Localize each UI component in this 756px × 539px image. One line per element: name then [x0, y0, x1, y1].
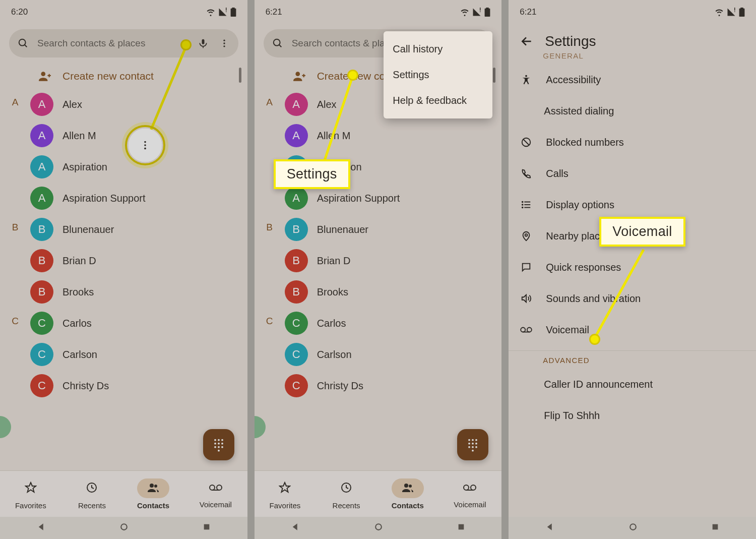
- back-arrow-icon[interactable]: [520, 34, 534, 48]
- contact-row[interactable]: AAlex: [30, 89, 247, 120]
- signal-icon: [472, 8, 481, 17]
- svg-point-15: [218, 450, 220, 452]
- settings-calls[interactable]: Calls: [509, 158, 756, 189]
- settings-sounds-vibration[interactable]: Sounds and vibration: [509, 283, 756, 314]
- nav-favorites[interactable]: Favorites: [15, 478, 47, 510]
- contact-row[interactable]: BBrooks: [285, 276, 502, 308]
- avatar: A: [30, 155, 53, 178]
- svg-point-53: [525, 75, 527, 77]
- contacts-list[interactable]: A AAlex AAllen M AAspiration AAspiration…: [0, 89, 247, 401]
- voicemail-icon: [199, 480, 233, 497]
- contact-row[interactable]: CCarlson: [30, 339, 247, 370]
- settings-accessibility[interactable]: Accessibility: [509, 64, 756, 95]
- settings-appbar: Settings: [509, 24, 756, 54]
- sys-back-icon[interactable]: [291, 522, 300, 533]
- sys-back-icon[interactable]: [545, 522, 554, 533]
- contact-name: Aspiration Support: [62, 193, 146, 204]
- svg-point-8: [221, 439, 223, 441]
- svg-point-36: [472, 443, 474, 445]
- voicemail-icon: [453, 480, 487, 497]
- contact-row[interactable]: BBlunenauer: [30, 214, 247, 245]
- settings-section-general: GENERAL: [509, 51, 756, 64]
- settings-assisted-dialing[interactable]: Assisted dialing: [509, 95, 756, 127]
- nav-contacts[interactable]: Contacts: [137, 478, 169, 510]
- sys-recent-icon[interactable]: [711, 523, 719, 533]
- contact-row[interactable]: BBlunenauer: [285, 214, 502, 245]
- svg-point-29: [273, 39, 280, 46]
- screen-3-settings: 6:21 Settings GENERAL Accessibility Assi…: [509, 0, 756, 539]
- nav-favorites[interactable]: Favorites: [269, 478, 301, 510]
- contact-row[interactable]: BBrian D: [285, 245, 502, 276]
- svg-point-40: [475, 446, 477, 448]
- contact-name: Christy Ds: [317, 380, 363, 392]
- screen-divider: [247, 0, 255, 539]
- settings-quick-responses[interactable]: Quick responses: [509, 252, 756, 283]
- star-icon: [269, 478, 301, 498]
- svg-point-60: [522, 204, 523, 205]
- voicemail-icon: [520, 325, 533, 334]
- svg-rect-24: [204, 524, 210, 530]
- avatar: C: [30, 374, 53, 397]
- menu-call-history[interactable]: Call history: [384, 36, 492, 62]
- nav-voicemail[interactable]: Voicemail: [199, 480, 233, 509]
- section-letter: A: [0, 89, 30, 214]
- settings-caller-id-announcement[interactable]: Caller ID announcement: [509, 369, 756, 400]
- tutorial-triptych: 6:20 Search contacts & places: [0, 0, 756, 539]
- phone-icon: [520, 168, 533, 179]
- contact-name: Allen M: [317, 130, 351, 142]
- sys-recent-icon[interactable]: [203, 523, 211, 533]
- svg-point-34: [475, 439, 477, 441]
- nav-recents[interactable]: Recents: [76, 478, 108, 510]
- contact-row[interactable]: BBrian D: [30, 245, 247, 276]
- system-nav-bar: [509, 517, 756, 539]
- more-vert-icon[interactable]: [217, 36, 231, 50]
- sys-home-icon[interactable]: [628, 522, 638, 534]
- contact-name: Aspiration: [62, 161, 107, 173]
- contact-row[interactable]: CCarlos: [30, 308, 247, 339]
- dialpad-fab[interactable]: [203, 429, 234, 460]
- svg-point-14: [221, 446, 223, 448]
- contact-row[interactable]: CCarlson: [285, 339, 502, 370]
- settings-display-options[interactable]: Display options: [509, 189, 756, 220]
- divider: [509, 350, 756, 351]
- nav-voicemail[interactable]: Voicemail: [453, 480, 487, 509]
- menu-settings[interactable]: Settings: [384, 62, 492, 88]
- avatar: C: [30, 343, 53, 366]
- sys-home-icon[interactable]: [119, 522, 129, 534]
- settings-voicemail[interactable]: Voicemail: [509, 314, 756, 345]
- sys-home-icon[interactable]: [373, 522, 384, 534]
- contacts-list[interactable]: A AAlex AAllen M AAspiration AAspiration…: [255, 89, 502, 401]
- svg-point-67: [630, 524, 636, 530]
- search-icon: [271, 36, 285, 50]
- menu-help-feedback[interactable]: Help & feedback: [384, 88, 492, 113]
- status-time: 6:20: [11, 7, 28, 17]
- contact-name: Brooks: [317, 286, 348, 298]
- contact-row[interactable]: BBrooks: [30, 276, 247, 308]
- contact-row[interactable]: CCarlos: [285, 308, 502, 339]
- sys-back-icon[interactable]: [37, 522, 46, 533]
- svg-point-39: [472, 446, 474, 448]
- mic-icon[interactable]: [196, 36, 210, 50]
- scroll-indicator: [493, 68, 495, 83]
- svg-point-44: [404, 484, 408, 488]
- nav-recents[interactable]: Recents: [330, 478, 362, 510]
- callout-highlight-circle: [125, 125, 165, 165]
- create-contact-row[interactable]: Create new contact: [37, 69, 247, 84]
- section-letter: C: [0, 308, 30, 401]
- svg-point-41: [472, 450, 474, 452]
- nav-contacts[interactable]: Contacts: [392, 478, 424, 510]
- contact-row[interactable]: AAllen M: [285, 120, 502, 151]
- contact-row[interactable]: AAspiration Support: [30, 183, 247, 214]
- svg-point-59: [522, 202, 523, 203]
- contact-row[interactable]: CChristy Ds: [30, 370, 247, 401]
- dialpad-fab[interactable]: [457, 429, 488, 460]
- sys-recent-icon[interactable]: [457, 523, 465, 533]
- wifi-icon: [460, 8, 469, 17]
- contact-name: Alex: [62, 99, 82, 110]
- contact-row[interactable]: CChristy Ds: [285, 370, 502, 401]
- settings-section-advanced: ADVANCED: [509, 356, 756, 369]
- settings-blocked-numbers[interactable]: Blocked numbers: [509, 127, 756, 158]
- search-bar[interactable]: Search contacts & places: [9, 29, 238, 57]
- screen-2-menu-open: 6:21 Search contacts & places Create new…: [255, 0, 502, 539]
- settings-flip-to-shhh[interactable]: Flip To Shhh: [509, 400, 756, 431]
